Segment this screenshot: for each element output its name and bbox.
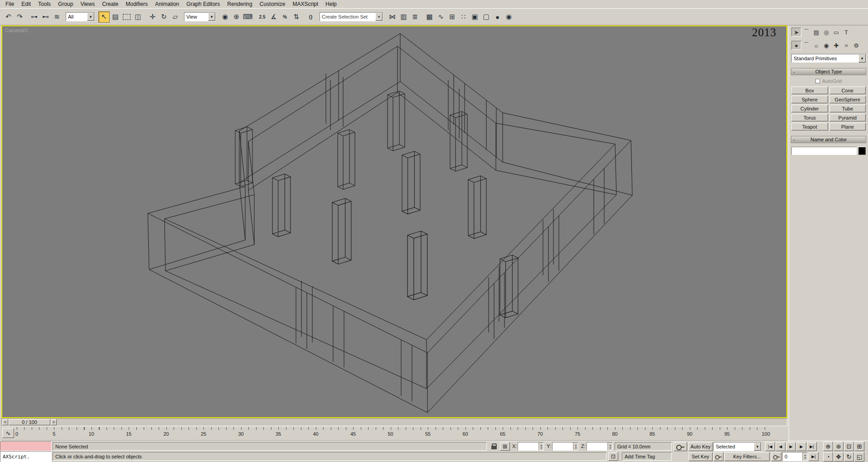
viewport-camera-label[interactable]: Camera01 <box>5 28 28 33</box>
set-keys-button[interactable] <box>674 442 687 451</box>
object-type-button[interactable]: Tube <box>829 105 866 112</box>
menu-item[interactable]: Group <box>54 1 77 7</box>
object-name-input[interactable] <box>791 147 857 155</box>
spinner-icon[interactable]: ▴▾ <box>538 443 543 450</box>
object-type-button[interactable]: Teapot <box>791 123 828 130</box>
key-mode-toggle[interactable] <box>771 452 781 461</box>
unlink-selection-icon[interactable]: ⊷ <box>40 11 51 23</box>
selection-lock-toggle[interactable] <box>489 442 499 451</box>
zoom-all-button[interactable]: ⊛ <box>834 442 844 451</box>
field-of-view-button[interactable]: ◔ <box>823 452 833 462</box>
name-color-rollout-header[interactable]: - Name and Color <box>791 136 866 143</box>
material-editor-icon[interactable]: ∷ <box>458 11 469 23</box>
object-type-button[interactable]: Plane <box>829 123 866 130</box>
menu-item[interactable]: Animation <box>151 1 183 7</box>
bind-to-space-warp-icon[interactable]: ≋ <box>51 11 63 23</box>
graphite-ribbon-icon[interactable]: ▦ <box>424 11 435 23</box>
maxscript-mini-listener[interactable]: AXScript. <box>0 451 52 462</box>
add-time-tag-field[interactable]: Add Time Tag <box>622 452 672 461</box>
select-and-link-icon[interactable]: ⊶ <box>29 11 40 23</box>
object-type-button[interactable]: Pyramid <box>829 114 866 121</box>
render-production-icon[interactable]: ● <box>492 11 503 23</box>
selection-filter-dropdown[interactable]: All ▾ <box>66 12 95 21</box>
menu-item[interactable]: Graph Editors <box>183 1 223 7</box>
align-icon[interactable]: ▥ <box>398 11 409 23</box>
current-frame-field[interactable]: 0▴▾ <box>782 452 808 461</box>
primitives-dropdown[interactable]: Standard Primitives ▾ <box>791 54 866 63</box>
render-setup-icon[interactable]: ▣ <box>469 11 480 23</box>
render-iterative-icon[interactable]: ◉ <box>503 11 514 23</box>
menu-item[interactable]: Views <box>77 1 98 7</box>
object-color-swatch[interactable] <box>858 147 866 155</box>
category-shapes[interactable]: ⌒ <box>801 41 811 50</box>
use-pivot-point-center-icon[interactable]: ◉ <box>219 11 231 23</box>
set-key-filters-button[interactable] <box>713 452 723 461</box>
keyboard-shortcut-override-icon[interactable]: ⌨ <box>242 11 253 23</box>
spinner-icon[interactable]: ▴▾ <box>573 443 578 450</box>
menu-item[interactable]: Edit <box>18 1 34 7</box>
menu-item[interactable]: Customize <box>256 1 289 7</box>
tab-motion[interactable]: ◎ <box>821 28 831 37</box>
pan-button[interactable]: ✥ <box>834 452 844 462</box>
tab-modify[interactable]: ⌒ <box>801 28 811 37</box>
category-lights[interactable]: ☼ <box>811 41 821 50</box>
category-geometry[interactable]: ● <box>791 41 801 50</box>
auto-key-button[interactable]: Auto Key <box>689 442 713 451</box>
tab-utilities[interactable]: T <box>841 28 851 37</box>
schematic-view-icon[interactable]: ⊞ <box>446 11 458 23</box>
spinner-icon[interactable]: ▴▾ <box>607 443 612 450</box>
category-cameras[interactable]: ◉ <box>821 41 831 50</box>
macro-recorder-pane[interactable] <box>0 441 52 451</box>
object-type-button[interactable]: Torus <box>791 114 828 121</box>
spinner-icon[interactable]: ▴▾ <box>802 452 807 461</box>
set-key-button[interactable]: Set Key <box>689 452 713 461</box>
curve-editor-icon[interactable]: ∿ <box>435 11 446 23</box>
menu-item[interactable]: Rendering <box>223 1 256 7</box>
menu-item[interactable]: Create <box>98 1 122 7</box>
object-type-button[interactable]: Cylinder <box>791 105 828 112</box>
zoom-extents-button[interactable]: ⊡ <box>844 442 854 451</box>
play-button[interactable]: ▶ <box>786 442 796 451</box>
camera-viewport[interactable]: Camera01 2013 <box>1 25 787 418</box>
object-type-button[interactable]: Sphere <box>791 96 828 103</box>
tab-create[interactable]: ➤ <box>791 28 801 37</box>
track-bar[interactable]: ∿ 05101520253035404550556065707580859095… <box>1 426 787 441</box>
named-selection-set-dropdown[interactable]: Create Selection Set ▾ <box>320 12 383 21</box>
select-object-icon[interactable]: ↖ <box>98 11 110 23</box>
menu-item[interactable]: MAXScript <box>289 1 322 7</box>
menu-item[interactable]: Tools <box>34 1 54 7</box>
orbit-button[interactable]: ↻ <box>844 452 854 462</box>
time-slider[interactable]: < 0 / 100 > <box>1 418 787 426</box>
undo-icon[interactable]: ↶ <box>3 11 14 23</box>
select-and-move-icon[interactable]: ✛ <box>147 11 158 23</box>
layer-manager-icon[interactable]: ≣ <box>409 11 421 23</box>
rectangular-selection-region-icon[interactable] <box>121 11 132 23</box>
mini-curve-editor-button[interactable]: ∿ <box>2 428 14 438</box>
zoom-region-button[interactable]: ⊞ <box>854 442 864 451</box>
isolate-selection-toggle[interactable]: ⊡ <box>608 452 618 461</box>
go-to-end-button[interactable]: ▶| <box>809 452 819 461</box>
percent-snap-icon[interactable]: % <box>279 11 291 23</box>
window-crossing-icon[interactable]: ◫ <box>132 11 144 23</box>
time-slider-right-arrow[interactable]: > <box>51 419 57 425</box>
next-frame-button[interactable]: ▶ <box>796 442 806 451</box>
category-space-warps[interactable]: ≈ <box>841 41 851 50</box>
object-type-button[interactable]: GeoSphere <box>829 96 866 103</box>
object-type-rollout-header[interactable]: - Object Type <box>791 68 866 75</box>
mirror-icon[interactable]: ⋈ <box>387 11 398 23</box>
y-coordinate-field[interactable]: ▴▾ <box>552 442 578 451</box>
category-systems[interactable]: ⚙ <box>851 41 861 50</box>
object-type-button[interactable]: Cone <box>829 87 866 94</box>
menu-item[interactable]: File <box>2 1 18 7</box>
object-type-button[interactable]: Box <box>791 87 828 94</box>
select-and-manipulate-icon[interactable]: ⊕ <box>231 11 242 23</box>
time-slider-handle[interactable]: 0 / 100 <box>9 419 50 425</box>
angle-snap-icon[interactable]: ∡ <box>268 11 279 23</box>
x-coordinate-field[interactable]: ▴▾ <box>518 442 544 451</box>
z-coordinate-field[interactable]: ▴▾ <box>587 442 613 451</box>
menu-item[interactable]: Help <box>322 1 340 7</box>
go-to-end-button[interactable]: ▶| <box>807 442 817 451</box>
select-by-name-icon[interactable]: ▤ <box>110 11 121 23</box>
tab-display[interactable]: ▭ <box>831 28 841 37</box>
selected-filter-dropdown[interactable]: Selected ▾ <box>713 442 761 451</box>
